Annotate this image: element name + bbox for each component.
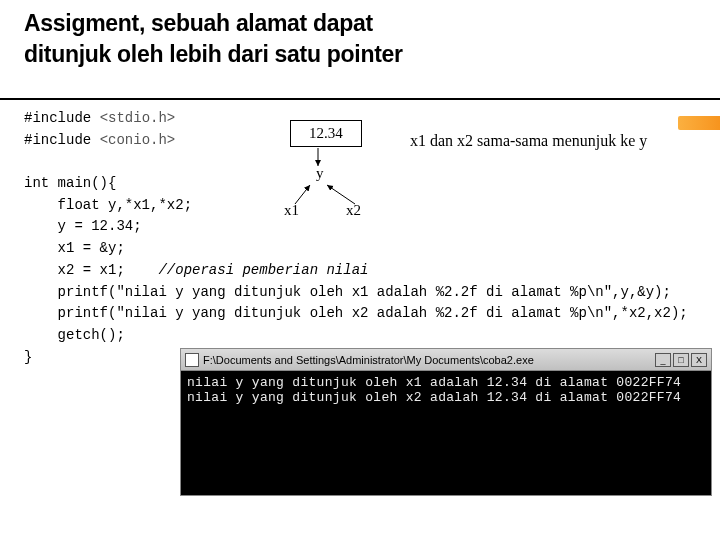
code-comment: //operasi pemberian nilai xyxy=(158,262,368,278)
code-text: #include xyxy=(24,110,100,126)
code-text: printf("nilai y yang ditunjuk oleh x1 ad… xyxy=(24,284,671,300)
code-text: x1 = &y; xyxy=(24,240,125,256)
value-box: 12.34 xyxy=(290,120,362,147)
close-button[interactable]: X xyxy=(691,353,707,367)
title-divider xyxy=(0,98,720,100)
code-text: getch(); xyxy=(24,327,125,343)
terminal-path: F:\Documents and Settings\Administrator\… xyxy=(203,354,534,366)
maximize-button[interactable]: □ xyxy=(673,353,689,367)
slide: Assigment, sebuah alamat dapat ditunjuk … xyxy=(0,0,720,540)
terminal-window: F:\Documents and Settings\Administrator\… xyxy=(180,348,712,496)
code-text: int main(){ xyxy=(24,175,116,191)
code-text: x2 = x1; xyxy=(24,262,158,278)
page-title: Assigment, sebuah alamat dapat ditunjuk … xyxy=(24,8,720,70)
code-text: y = 12.34; xyxy=(24,218,142,234)
terminal-titlebar[interactable]: F:\Documents and Settings\Administrator\… xyxy=(181,349,711,371)
minimize-button[interactable]: _ xyxy=(655,353,671,367)
terminal-body: nilai y yang ditunjuk oleh x1 adalah 12.… xyxy=(181,371,711,495)
title-line-1: Assigment, sebuah alamat dapat xyxy=(24,10,373,36)
label-x2: x2 xyxy=(346,202,361,219)
terminal-line: nilai y yang ditunjuk oleh x1 adalah 12.… xyxy=(187,375,681,390)
code-text: } xyxy=(24,349,32,365)
terminal-line: nilai y yang ditunjuk oleh x2 adalah 12.… xyxy=(187,390,681,405)
terminal-icon xyxy=(185,353,199,367)
label-x1: x1 xyxy=(284,202,299,219)
code-text: float y,*x1,*x2; xyxy=(24,197,192,213)
label-y: y xyxy=(316,165,362,182)
code-text: printf("nilai y yang ditunjuk oleh x2 ad… xyxy=(24,305,688,321)
code-text: <stdio.h> xyxy=(100,110,176,126)
diagram-description: x1 dan x2 sama-sama menunjuk ke y xyxy=(410,132,647,150)
code-text: #include xyxy=(24,132,100,148)
code-text: <conio.h> xyxy=(100,132,176,148)
pointer-diagram: 12.34 y x1 x2 xyxy=(290,120,362,202)
title-line-2: ditunjuk oleh lebih dari satu pointer xyxy=(24,41,403,67)
